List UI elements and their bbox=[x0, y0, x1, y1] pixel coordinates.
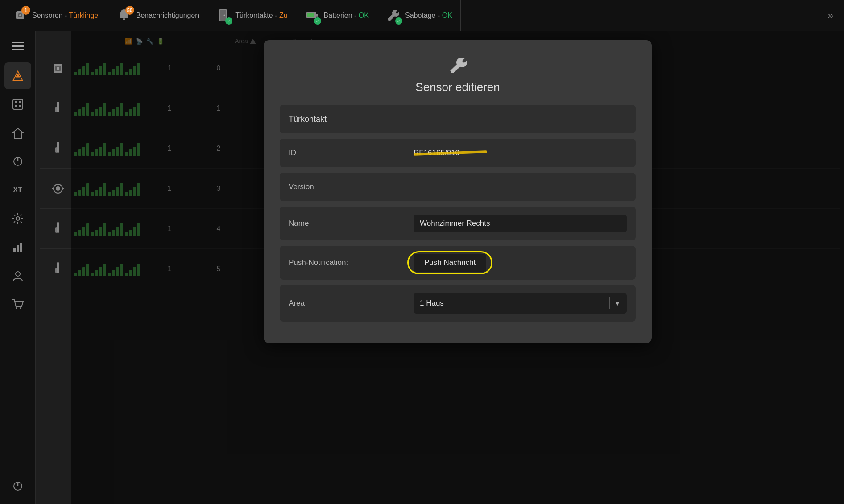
name-label: Name bbox=[289, 219, 414, 228]
chart-icon bbox=[12, 241, 24, 253]
benachrichtigungen-label: Benachrichtigungen bbox=[136, 12, 199, 20]
modal-field-push: Push-Notification: Push Nachricht bbox=[280, 246, 636, 280]
fox-icon bbox=[12, 70, 24, 82]
svg-rect-16 bbox=[19, 105, 21, 107]
modal-overlay: Sensor editieren Türkontakt ID RF16165/0… bbox=[71, 31, 844, 504]
svg-rect-42 bbox=[55, 227, 57, 233]
row-icon-3 bbox=[45, 181, 71, 196]
svg-rect-21 bbox=[17, 245, 19, 252]
svg-point-3 bbox=[123, 18, 125, 20]
topbar-item-batterien[interactable]: ✓ Batterien - OK bbox=[296, 0, 377, 31]
sidebar-item-xt[interactable]: XT bbox=[4, 177, 31, 203]
topbar-item-benachrichtigungen[interactable]: 50 Benachrichtigungen bbox=[108, 0, 207, 31]
svg-rect-34 bbox=[55, 147, 57, 153]
sensoren-badge: 1 bbox=[21, 6, 30, 15]
sidebar-item-cart[interactable] bbox=[4, 291, 31, 318]
version-label: Version bbox=[289, 182, 414, 191]
topbar-item-sensoren[interactable]: 1 Sensoren - Türklingel bbox=[4, 0, 108, 31]
sidebar-item-fox[interactable] bbox=[4, 62, 31, 89]
row-icon-4 bbox=[45, 221, 71, 236]
svg-rect-20 bbox=[13, 248, 16, 252]
row-icon-5 bbox=[45, 261, 71, 277]
xt-label: XT bbox=[13, 186, 22, 194]
area-select-value: 1 Haus bbox=[420, 299, 605, 308]
svg-point-2 bbox=[19, 14, 21, 16]
svg-rect-8 bbox=[307, 13, 314, 17]
sensoren-label: Sensoren - Türklingel bbox=[32, 12, 100, 20]
sensor-panel-icon bbox=[12, 98, 24, 111]
home-icon bbox=[12, 127, 24, 139]
svg-rect-14 bbox=[19, 101, 21, 103]
row-icon-2 bbox=[45, 141, 71, 156]
settings-icon bbox=[12, 212, 24, 225]
name-input[interactable] bbox=[414, 215, 627, 232]
batterien-label: Batterien - OK bbox=[324, 12, 369, 20]
svg-rect-22 bbox=[20, 243, 22, 252]
wrench-icon-wrap: ✓ bbox=[385, 8, 401, 24]
sidebar: XT bbox=[0, 31, 36, 504]
sidebar-item-power[interactable] bbox=[4, 148, 31, 175]
sidebar-menu-button[interactable] bbox=[5, 36, 30, 56]
push-notification-button[interactable]: Push Nachricht bbox=[414, 254, 486, 272]
row-icon-1 bbox=[45, 101, 71, 116]
cart-icon bbox=[12, 298, 24, 310]
sensor-icon-wrap: 1 bbox=[12, 8, 29, 24]
bell-icon-wrap: 50 bbox=[116, 8, 132, 24]
sabotage-check: ✓ bbox=[395, 17, 402, 25]
tuerkontakte-label: Türkontakte - Zu bbox=[235, 12, 287, 20]
svg-point-25 bbox=[20, 307, 21, 309]
topbar-more-button[interactable]: » bbox=[822, 10, 840, 21]
main-content: 📶 📡 🔧 🔋 Area Zone 1 0 bbox=[36, 31, 844, 504]
modal-title: Sensor editieren bbox=[280, 80, 636, 94]
tuerkontakte-check: ✓ bbox=[225, 17, 232, 25]
svg-rect-30 bbox=[57, 67, 59, 70]
user-icon bbox=[12, 269, 24, 282]
bell-badge: 50 bbox=[125, 6, 134, 15]
id-label: ID bbox=[289, 149, 414, 157]
sidebar-item-chart[interactable] bbox=[4, 234, 31, 260]
svg-point-19 bbox=[16, 217, 20, 220]
svg-rect-15 bbox=[15, 105, 17, 107]
svg-rect-9 bbox=[316, 14, 318, 17]
modal-field-type: Türkontakt bbox=[280, 105, 636, 133]
sidebar-item-power-off[interactable] bbox=[4, 473, 31, 500]
sabotage-label: Sabotage - OK bbox=[405, 12, 452, 20]
modal-field-area: Area 1 Haus ▼ bbox=[280, 285, 636, 322]
modal-field-version: Version bbox=[280, 173, 636, 201]
batterien-check: ✓ bbox=[314, 17, 321, 25]
power-off-icon bbox=[12, 480, 24, 492]
push-notification-label: Push-Notification: bbox=[289, 258, 414, 267]
topbar-item-tuerkontakte[interactable]: ✓ Türkontakte - Zu bbox=[207, 0, 296, 31]
svg-rect-13 bbox=[15, 101, 17, 103]
push-btn-label: Push Nachricht bbox=[424, 258, 476, 267]
svg-point-36 bbox=[56, 186, 60, 191]
battery-icon-wrap: ✓ bbox=[304, 8, 320, 24]
area-label: Area bbox=[289, 299, 414, 308]
area-select[interactable]: 1 Haus ▼ bbox=[414, 293, 627, 314]
topbar-item-sabotage[interactable]: ✓ Sabotage - OK bbox=[377, 0, 461, 31]
svg-point-6 bbox=[224, 14, 225, 16]
modal-field-id: ID RF16165/010 bbox=[280, 139, 636, 167]
area-chevron-icon: ▼ bbox=[614, 300, 621, 307]
svg-rect-12 bbox=[13, 99, 23, 109]
row-icon-0 bbox=[45, 62, 71, 75]
sensor-type-value: Türkontakt bbox=[289, 115, 627, 124]
svg-point-24 bbox=[16, 307, 17, 309]
topbar: 1 Sensoren - Türklingel 50 Benachrichtig… bbox=[0, 0, 844, 31]
modal-field-name: Name bbox=[280, 207, 636, 240]
sidebar-item-settings[interactable] bbox=[4, 205, 31, 232]
modal-header-icon-wrap bbox=[280, 54, 636, 76]
area-select-divider bbox=[609, 297, 610, 309]
power-icon bbox=[12, 155, 24, 168]
sidebar-item-home[interactable] bbox=[4, 120, 31, 146]
svg-rect-44 bbox=[55, 268, 57, 273]
svg-point-23 bbox=[16, 272, 20, 276]
id-value-wrap: RF16165/010 bbox=[414, 149, 627, 157]
modal-wrench-icon bbox=[447, 54, 469, 76]
sensor-edit-modal: Sensor editieren Türkontakt ID RF16165/0… bbox=[264, 40, 652, 343]
sidebar-item-user[interactable] bbox=[4, 262, 31, 289]
sidebar-item-sensor[interactable] bbox=[4, 91, 31, 118]
svg-rect-32 bbox=[55, 107, 57, 112]
door-icon-wrap: ✓ bbox=[215, 8, 232, 24]
